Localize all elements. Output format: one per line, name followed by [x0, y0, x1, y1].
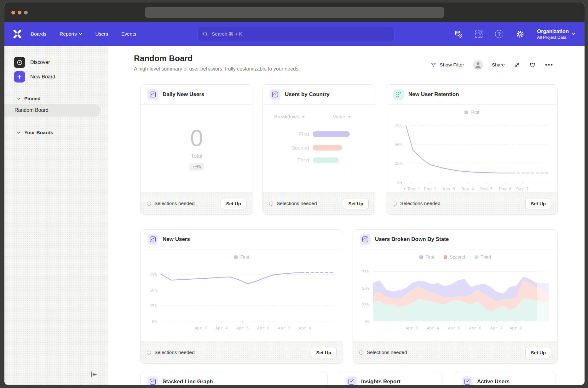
svg-text:Apr 3: Apr 3: [194, 326, 207, 330]
card-title: Users by Country: [285, 91, 330, 98]
card-title: Insights Report: [361, 379, 401, 385]
apps-grid-icon[interactable]: [475, 31, 482, 38]
browser-titlebar: [4, 3, 585, 22]
org-project-switcher[interactable]: Organization All Project Data: [537, 28, 575, 40]
svg-text:Day 2: Day 2: [424, 186, 436, 191]
svg-text:Apr 8: Apr 8: [299, 326, 311, 330]
sidebar-section-your-boards[interactable]: Your Boards: [17, 130, 53, 135]
svg-text:Day 6: Day 6: [499, 186, 511, 191]
state-area-chart: 75%50%25%0%Apr 3Apr 4Apr 5Apr 6Apr 7Apr …: [355, 265, 554, 332]
card-footer: Selections needed Set Up: [386, 192, 557, 214]
window-controls: [11, 11, 28, 14]
card-title: Stacked Line Graph: [163, 379, 213, 385]
set-up-button[interactable]: Set Up: [343, 198, 369, 209]
favorite-heart-icon[interactable]: [529, 61, 536, 68]
status-circle-icon: [393, 202, 397, 206]
card-header: New Users: [141, 230, 343, 249]
legend-swatch: [464, 111, 468, 114]
search-icon: [203, 31, 208, 37]
section-label: Pinned: [24, 96, 41, 101]
line-chart-icon: [346, 376, 357, 385]
data-management-icon[interactable]: [454, 30, 463, 38]
nav-item-label: Reports: [60, 31, 77, 37]
country-row: Second: [263, 145, 375, 151]
card-body: First 75%50%25%0%< Day 1Day 2Day 3Day 4D…: [386, 105, 557, 192]
nav-item-reports[interactable]: Reports: [60, 31, 82, 37]
show-filter-button[interactable]: Show Filter: [430, 62, 464, 68]
window-minimize-button[interactable]: [18, 11, 21, 14]
address-bar[interactable]: [145, 7, 444, 18]
card-header: Users by Country: [263, 85, 375, 105]
svg-text:75%: 75%: [395, 123, 402, 128]
country-row: First: [263, 131, 375, 137]
page-subtitle: A high-level summary of user behaviors. …: [134, 66, 300, 72]
help-icon[interactable]: ?: [495, 30, 503, 38]
set-up-button[interactable]: Set Up: [221, 198, 246, 209]
navbar-utilities: ? Organization All Project Data: [454, 28, 585, 40]
sidebar-item-label: New Board: [30, 74, 55, 80]
card-title: New User Retention: [408, 91, 459, 98]
chevron-down-icon: [79, 32, 82, 36]
line-chart-icon: [147, 376, 158, 385]
search-placeholder: Search ⌘ + K: [212, 31, 242, 37]
svg-text:50%: 50%: [362, 286, 370, 291]
sidebar-item-random-board[interactable]: Random Board: [4, 104, 101, 117]
svg-text:25%: 25%: [395, 161, 402, 166]
legend-swatch: [234, 255, 238, 259]
legend-label: First: [425, 254, 434, 260]
card-body: First Second Third 75%50%25%0%Apr 3Apr 4…: [353, 249, 557, 341]
status-text: Selections needed: [367, 350, 407, 355]
nav-item-users[interactable]: Users: [95, 31, 108, 37]
sidebar-item-new-board[interactable]: New Board: [14, 71, 55, 83]
card-users-by-state: Users Broken Down By State First Second …: [353, 229, 558, 364]
chart-legend: First: [386, 110, 557, 115]
card-title: Users Broken Down By State: [375, 236, 449, 243]
set-up-button[interactable]: Set Up: [525, 347, 551, 358]
sidebar-item-label: Discover: [30, 60, 50, 65]
card-daily-new-users: Daily New Users 0 Total ↑0% Selections n…: [140, 84, 253, 215]
svg-text:Apr 3: Apr 3: [406, 326, 418, 330]
more-options-icon[interactable]: [545, 64, 553, 66]
share-button[interactable]: Share: [492, 62, 505, 68]
settings-gear-icon[interactable]: [516, 30, 524, 38]
svg-text:Apr 5: Apr 5: [448, 326, 460, 330]
value-dropdown[interactable]: Value: [333, 114, 351, 120]
sidebar-item-discover[interactable]: Discover: [14, 57, 50, 68]
svg-text:< Day 1: < Day 1: [403, 186, 420, 191]
help-glyph: ?: [498, 31, 501, 37]
card-title: New Users: [163, 236, 190, 243]
sidebar-section-pinned[interactable]: Pinned: [17, 96, 41, 101]
search-input[interactable]: Search ⌘ + K: [197, 27, 395, 41]
avatar[interactable]: [473, 60, 483, 70]
card-footer: Selections needed Set Up: [263, 192, 375, 214]
compass-icon: [14, 57, 25, 68]
nav-item-events[interactable]: Events: [121, 31, 136, 37]
svg-text:0%: 0%: [397, 180, 402, 185]
copy-link-icon[interactable]: [514, 62, 520, 68]
legend-swatch: [444, 255, 447, 259]
status-circle-icon: [359, 351, 363, 355]
breakdown-dropdown[interactable]: Breakdown: [274, 114, 305, 120]
set-up-button[interactable]: Set Up: [311, 347, 337, 358]
card-header: Stacked Line Graph: [141, 372, 327, 385]
org-name: Organization: [537, 28, 569, 35]
value-bar: [313, 145, 342, 151]
mixpanel-logo-icon[interactable]: [12, 29, 23, 39]
set-up-button[interactable]: Set Up: [525, 198, 551, 209]
collapse-sidebar-icon[interactable]: [90, 371, 98, 379]
window-close-button[interactable]: [11, 11, 15, 14]
nav-item-boards[interactable]: Boards: [31, 31, 46, 37]
card-insights-report: Insights Report: [339, 372, 442, 385]
project-name: All Project Data: [537, 35, 569, 40]
svg-text:Day 5: Day 5: [480, 186, 493, 191]
metric-value: 0: [141, 127, 253, 150]
svg-text:Apr 4: Apr 4: [216, 326, 228, 330]
window-zoom-button[interactable]: [24, 11, 28, 14]
status-circle-icon: [147, 202, 151, 206]
nav-item-label: Events: [121, 31, 136, 37]
card-footer: Selections needed Set Up: [141, 192, 253, 214]
svg-text:Apr 6: Apr 6: [257, 326, 269, 330]
card-body: First 75%50%25%0%Apr 3Apr 4Apr 5Apr 6Apr…: [141, 249, 343, 341]
show-filter-label: Show Filter: [440, 62, 464, 68]
browser-window: Boards Reports Users Events Search ⌘ + K: [4, 3, 585, 385]
